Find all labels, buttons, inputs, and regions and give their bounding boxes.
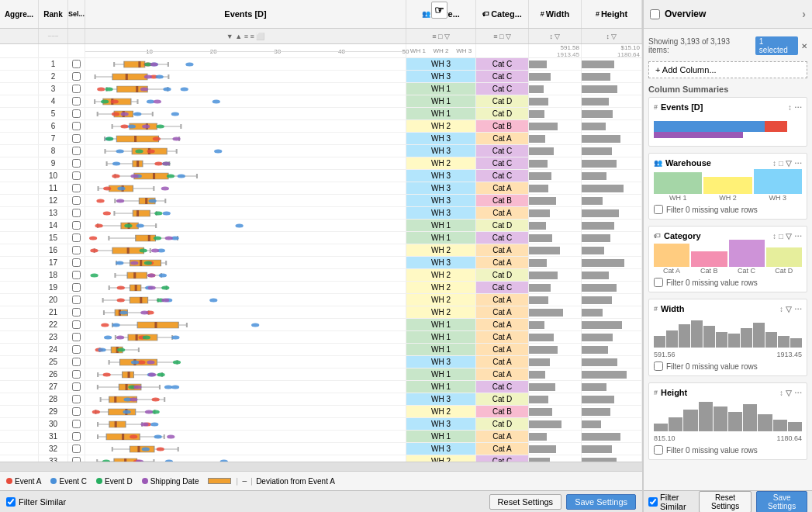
header-rank[interactable]: Rank <box>39 0 68 28</box>
cell-sel[interactable] <box>68 381 85 393</box>
row-checkbox[interactable] <box>72 196 81 205</box>
row-checkbox[interactable] <box>72 234 81 242</box>
height-summary-icons[interactable]: ↕ ▽ ⋯ <box>779 389 802 397</box>
row-checkbox[interactable] <box>72 296 81 304</box>
cell-sel[interactable] <box>68 356 85 368</box>
cell-sel[interactable] <box>68 406 85 417</box>
cell-sel[interactable] <box>68 257 85 268</box>
table-row[interactable]: 8 <box>0 145 642 157</box>
cell-sel[interactable] <box>68 431 85 442</box>
header-aggre[interactable]: Aggre... <box>0 0 39 28</box>
table-row[interactable]: 14 <box>0 220 642 232</box>
row-checkbox[interactable] <box>72 246 81 254</box>
cell-sel[interactable] <box>68 294 85 306</box>
table-row[interactable]: 30 <box>0 418 642 431</box>
table-row[interactable]: 21 <box>0 306 642 319</box>
width-summary-icons[interactable]: ↕ ▽ ⋯ <box>779 305 802 313</box>
overview-checkbox[interactable] <box>650 9 660 19</box>
cell-sel[interactable] <box>68 157 85 169</box>
table-row[interactable]: 20 <box>0 294 642 306</box>
row-checkbox[interactable] <box>72 358 81 366</box>
row-checkbox[interactable] <box>72 420 81 428</box>
table-row[interactable]: 25 <box>0 356 642 368</box>
table-row[interactable]: 10 <box>0 170 642 182</box>
cell-sel[interactable] <box>68 145 85 157</box>
row-checkbox[interactable] <box>72 320 81 329</box>
table-row[interactable]: 33 <box>0 455 642 462</box>
cell-sel[interactable] <box>68 58 85 70</box>
add-column-button[interactable]: + Add Column... <box>648 61 807 78</box>
filter-similar-area[interactable]: Filter Similar <box>6 497 66 507</box>
cell-sel[interactable] <box>68 244 85 256</box>
cell-sel[interactable] <box>68 418 85 430</box>
category-summary-icons[interactable]: ↕ □ ▽ ⋯ <box>772 232 802 240</box>
right-save-button[interactable]: Save Settings <box>756 491 807 513</box>
row-checkbox[interactable] <box>72 283 81 292</box>
table-row[interactable]: 18 <box>0 269 642 282</box>
filter-width[interactable]: ↕ ▽ <box>529 29 582 43</box>
row-checkbox[interactable] <box>72 209 81 217</box>
cell-sel[interactable] <box>68 443 85 455</box>
cell-sel[interactable] <box>68 95 85 107</box>
row-checkbox[interactable] <box>72 308 81 317</box>
cell-sel[interactable] <box>68 170 85 182</box>
cell-sel[interactable] <box>68 207 85 219</box>
row-checkbox[interactable] <box>72 171 81 180</box>
width-filter-checkbox[interactable] <box>654 362 663 371</box>
table-row[interactable]: 6 <box>0 120 642 133</box>
table-row[interactable]: 7 <box>0 133 642 145</box>
row-checkbox[interactable] <box>72 122 81 130</box>
table-row[interactable]: 27 <box>0 381 642 393</box>
width-filter-missing[interactable]: Filter 0 missing value rows <box>654 362 802 371</box>
row-checkbox[interactable] <box>72 221 81 230</box>
right-reset-button[interactable]: Reset Settings <box>699 491 752 513</box>
header-height[interactable]: # Height <box>582 0 642 28</box>
cell-sel[interactable] <box>68 393 85 405</box>
cell-sel[interactable] <box>68 455 85 462</box>
cell-sel[interactable] <box>68 108 85 119</box>
row-checkbox[interactable] <box>72 445 81 453</box>
row-checkbox[interactable] <box>72 395 81 403</box>
table-row[interactable]: 3 <box>0 83 642 95</box>
row-checkbox[interactable] <box>72 258 81 267</box>
row-checkbox[interactable] <box>72 333 81 341</box>
table-row[interactable]: 2 <box>0 71 642 83</box>
row-checkbox[interactable] <box>72 147 81 155</box>
cell-sel[interactable] <box>68 331 85 343</box>
events-summary-icons[interactable]: ↕ ⋯ <box>788 103 802 112</box>
header-events[interactable]: Events [D] <box>85 0 406 28</box>
filter-similar-checkbox[interactable] <box>6 497 16 507</box>
table-row[interactable]: 22 <box>0 319 642 331</box>
cell-sel[interactable] <box>68 368 85 380</box>
table-row[interactable]: 29 <box>0 406 642 418</box>
height-filter-checkbox[interactable] <box>654 445 663 455</box>
row-checkbox[interactable] <box>72 370 81 379</box>
cell-sel[interactable] <box>68 232 85 244</box>
table-row[interactable]: 15 <box>0 232 642 244</box>
height-filter-missing[interactable]: Filter 0 missing value rows <box>654 445 802 455</box>
close-selected-badge[interactable]: ✕ <box>801 42 807 50</box>
table-row[interactable]: 26 <box>0 368 642 381</box>
data-area[interactable]: 1 <box>0 58 642 462</box>
cell-sel[interactable] <box>68 220 85 231</box>
header-warehouse[interactable]: 👥 Ware... ☞ <box>406 0 476 28</box>
cell-sel[interactable] <box>68 195 85 206</box>
header-category[interactable]: 🏷 Categ... <box>476 0 529 28</box>
h-scrollbar[interactable] <box>0 462 642 471</box>
row-checkbox[interactable] <box>72 109 81 118</box>
table-row[interactable]: 16 <box>0 244 642 257</box>
row-checkbox[interactable] <box>72 184 81 192</box>
table-row[interactable]: 17 <box>0 257 642 269</box>
cell-sel[interactable] <box>68 83 85 95</box>
cell-sel[interactable] <box>68 182 85 194</box>
table-row[interactable]: 19 <box>0 282 642 294</box>
filter-category[interactable]: ≡ □ ▽ <box>476 29 529 43</box>
warehouse-summary-icons[interactable]: ↕ □ ▽ ⋯ <box>772 159 802 168</box>
row-checkbox[interactable] <box>72 407 81 416</box>
cell-sel[interactable] <box>68 71 85 82</box>
row-checkbox[interactable] <box>72 159 81 168</box>
selected-badge[interactable]: 1 selected <box>755 36 798 55</box>
filter-warehouse[interactable]: ≡ □ ▽ <box>406 29 476 43</box>
row-checkbox[interactable] <box>72 60 81 68</box>
row-checkbox[interactable] <box>72 97 81 106</box>
